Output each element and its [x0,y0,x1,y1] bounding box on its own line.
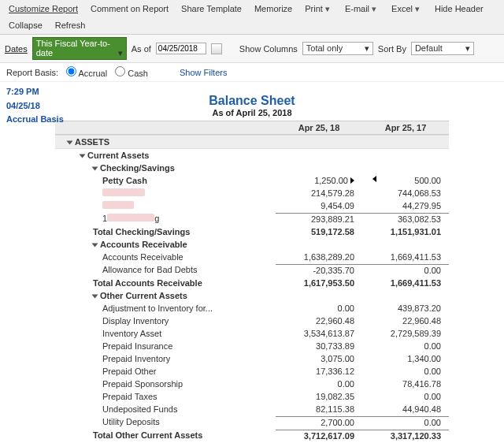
section-ar[interactable]: Accounts Receivable [55,239,276,250]
row-ptax[interactable]: Prepaid Taxes [55,391,276,402]
asof-label: As of [132,44,151,54]
comment-report-button[interactable]: Comment on Report [85,2,174,17]
triangle-icon [80,154,86,158]
row-iasset[interactable]: Inventory Asset [55,328,276,339]
section-oca[interactable]: Other Current Assets [55,290,276,301]
caret-right-icon [350,177,354,184]
section-current-assets[interactable]: Current Assets [55,150,276,161]
sortby-select[interactable]: Default ▾ [411,42,474,55]
row-util[interactable]: Utility Deposits [55,416,276,428]
row-redacted: 1g [55,213,276,225]
hide-header-button[interactable]: Hide Header [429,2,489,17]
row-redacted [55,188,276,199]
filter-bar: Dates This Fiscal Year-to-date ▾ As of S… [0,35,504,63]
row-poth[interactable]: Prepaid Other [55,366,276,377]
row-undep[interactable]: Undeposited Funds [55,404,276,415]
date-range-select[interactable]: This Fiscal Year-to-date ▾ [32,37,127,60]
section-checking-savings[interactable]: Checking/Savings [55,162,276,173]
report-grid: Apr 25, 18 Apr 25, 17 ASSETS Current Ass… [55,121,449,444]
chevron-down-icon[interactable]: ▾ [369,4,379,14]
chevron-down-icon[interactable]: ▾ [323,4,332,14]
row-adj[interactable]: Adjustment to Inventory for... [55,303,276,314]
row-abd[interactable]: Allowance for Bad Debts [55,264,276,276]
collapse-button[interactable]: Collapse [3,18,48,32]
customize-report-button[interactable]: Customize Report [3,2,83,17]
caret-left-icon [372,176,376,182]
triangle-icon [67,140,73,144]
section-assets[interactable]: ASSETS [55,136,276,148]
share-template-button[interactable]: Share Template [176,2,247,17]
show-filters-link[interactable]: Show Filters [180,68,228,77]
row-petty-cash[interactable]: Petty Cash [55,175,276,186]
email-button[interactable]: E-mail▾ [339,2,384,17]
cash-radio[interactable]: Cash [115,66,148,78]
triangle-icon [92,166,98,170]
accrual-radio[interactable]: Accrual [66,66,107,78]
row-pspon[interactable]: Prepaid Sponsorship [55,378,276,389]
row-total-cs: Total Checking/Savings [55,226,276,237]
triangle-icon [92,243,98,247]
dates-label: Dates [5,44,28,54]
show-columns-label: Show Columns [239,44,298,54]
report-basis-label: Report Basis: [6,68,58,77]
row-dinv[interactable]: Display Inventory [55,315,276,326]
print-button[interactable]: Print▾ [299,2,338,17]
row-ar[interactable]: Accounts Receivable [55,251,276,262]
basis-bar: Report Basis: Accrual Cash Show Filters [0,63,504,82]
triangle-icon [92,294,98,298]
excel-button[interactable]: Excel▾ [386,2,428,17]
sortby-label: Sort By [378,44,406,54]
calendar-icon[interactable] [211,43,222,54]
asof-input[interactable] [156,43,206,54]
meta-time: 7:29 PM [6,85,96,99]
memorize-button[interactable]: Memorize [249,2,298,17]
row-total-ar: Total Accounts Receivable [55,277,276,289]
meta-date: 04/25/18 [6,99,96,113]
refresh-button[interactable]: Refresh [50,18,91,32]
row-toca: Total Other Current Assets [55,430,276,441]
row-pinv[interactable]: Prepaid Inventory [55,353,276,364]
row-pins[interactable]: Prepaid Insurance [55,341,276,352]
row-redacted [55,200,276,211]
chevron-down-icon[interactable]: ▾ [413,4,422,14]
show-columns-select[interactable]: Total only ▾ [302,42,373,55]
toolbar: Customize Report Comment on Report Share… [0,0,504,35]
col-header-1: Apr 25, 18 [276,121,362,134]
col-header-2: Apr 25, 17 [362,121,449,134]
